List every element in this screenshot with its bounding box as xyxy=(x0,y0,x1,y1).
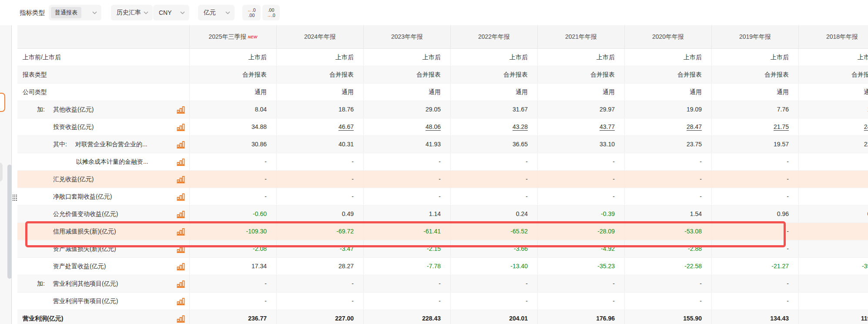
value-cell: - xyxy=(276,275,363,292)
value-cell: - xyxy=(624,171,711,188)
bar-chart-icon[interactable] xyxy=(177,141,185,148)
row-label-cell: 公允价值变动收益(亿元) xyxy=(17,206,189,223)
value-cell: -2.15 xyxy=(363,240,450,257)
value-cell: 通用 xyxy=(276,84,363,101)
value-cell: - xyxy=(276,188,363,205)
value-cell: - xyxy=(798,293,868,310)
value-cell: 上市后 xyxy=(624,49,711,66)
report-type-select[interactable]: 普通报表 xyxy=(49,5,101,20)
bar-chart-icon[interactable] xyxy=(177,263,185,270)
value-cell: 31.67 xyxy=(450,101,537,118)
bar-chart-icon[interactable] xyxy=(177,176,185,183)
bar-chart-icon[interactable] xyxy=(177,297,185,305)
bar-chart-icon[interactable] xyxy=(177,123,185,131)
row-label: 信用减值损失(新)(亿元) xyxy=(53,223,116,240)
bar-chart-icon[interactable] xyxy=(177,245,185,253)
value-cell: 通用 xyxy=(363,84,450,101)
value-cell: 227.00 xyxy=(276,310,363,324)
value-cell: -4.92 xyxy=(537,240,624,257)
row-label: 净敞口套期收益(亿元) xyxy=(53,188,112,205)
bar-chart-icon[interactable] xyxy=(177,106,185,114)
value-cell: - xyxy=(450,171,537,188)
value-cell: -65.52 xyxy=(450,223,537,240)
value-cell: 30.86 xyxy=(189,136,276,153)
value-cell: 48.06 xyxy=(363,118,450,135)
value-cell: - xyxy=(450,293,537,310)
value-cell: 43.77 xyxy=(537,118,624,135)
exchange-rate-select[interactable]: 历史汇率 xyxy=(111,5,153,20)
value-cell: -0.60 xyxy=(189,206,276,223)
chevron-down-icon xyxy=(144,11,148,14)
value-cell: - xyxy=(711,171,798,188)
row-label: 营业利润(亿元) xyxy=(23,310,63,324)
value-cell: 上市后 xyxy=(276,49,363,66)
decimal-decrease-button[interactable]: ←.0 .00 xyxy=(242,5,261,20)
value-cell: 通用 xyxy=(189,84,276,101)
value-cell: 合并报表 xyxy=(798,66,868,83)
value-cell: - xyxy=(189,275,276,292)
unit-select[interactable]: 亿元 xyxy=(198,5,235,20)
arrow-left-icon: ← xyxy=(247,7,252,13)
value-cell: 合并报表 xyxy=(624,66,711,83)
value-cell: - xyxy=(711,223,798,240)
value-cell: - xyxy=(624,188,711,205)
value-cell: -2.08 xyxy=(189,240,276,257)
scrollbar-thumb[interactable] xyxy=(7,165,12,279)
value-cell: - xyxy=(798,153,868,170)
bar-chart-icon[interactable] xyxy=(177,280,185,288)
value-cell: 34.88 xyxy=(189,118,276,135)
drag-handle[interactable] xyxy=(13,195,17,203)
row-label-cell: 报表类型 xyxy=(17,66,189,83)
left-sidebar-strip xyxy=(0,25,17,324)
value-cell: 通用 xyxy=(624,84,711,101)
unit-value: 亿元 xyxy=(204,9,216,17)
row-label: 汇兑收益(亿元) xyxy=(53,171,94,188)
value-cell: - xyxy=(798,171,868,188)
value-cell: - xyxy=(711,240,798,257)
value-cell: 8.04 xyxy=(189,101,276,118)
row-label-cell: 营业利润(亿元) xyxy=(17,310,189,324)
value-cell: -28.09 xyxy=(537,223,624,240)
bar-chart-icon[interactable] xyxy=(177,315,185,323)
value-cell: - xyxy=(537,153,624,170)
value-cell: - xyxy=(537,293,624,310)
row-label-cell: 投资收益(亿元) xyxy=(17,118,189,135)
value-cell: - xyxy=(450,275,537,292)
value-cell: -22.58 xyxy=(624,258,711,275)
value-cell: - xyxy=(189,171,276,188)
value-cell: 合并报表 xyxy=(276,66,363,83)
value-cell: 1.8 xyxy=(798,101,868,118)
table-row: 以摊余成本计量的金融资...-------- xyxy=(17,153,868,171)
value-cell: -3.66 xyxy=(450,240,537,257)
sidebar-tab-partial[interactable] xyxy=(0,93,5,112)
row-prefix: 加: xyxy=(37,101,45,118)
row-label-cell: 加:其他收益(亿元) xyxy=(17,101,189,118)
value-cell: -0.39 xyxy=(537,206,624,223)
bar-chart-icon[interactable] xyxy=(177,158,185,166)
value-cell: -53.08 xyxy=(624,223,711,240)
currency-select[interactable]: CNY xyxy=(153,5,189,20)
value-cell: - xyxy=(276,153,363,170)
bar-chart-icon[interactable] xyxy=(177,210,185,218)
value-cell: 155.90 xyxy=(624,310,711,324)
value-cell: - xyxy=(537,275,624,292)
value-cell: 18.76 xyxy=(276,101,363,118)
row-label: 公允价值变动收益(亿元) xyxy=(53,206,118,223)
bar-chart-icon[interactable] xyxy=(177,193,185,201)
column-header: 2018年年报 xyxy=(798,25,868,48)
row-label: 对联营企业和合营企业的... xyxy=(75,136,147,153)
value-cell: 28.27 xyxy=(276,258,363,275)
arrow-right-icon: → xyxy=(267,13,271,18)
value-cell: - xyxy=(363,293,450,310)
value-cell: 合并报表 xyxy=(363,66,450,83)
decimal-increase-button[interactable]: .00 →.0 xyxy=(262,5,280,20)
value-cell: -69.72 xyxy=(276,223,363,240)
value-cell: -35.23 xyxy=(537,258,624,275)
row-label: 以摊余成本计量的金融资... xyxy=(76,153,148,170)
value-cell: 0.3 xyxy=(798,206,868,223)
row-label: 其他收益(亿元) xyxy=(53,101,94,118)
column-header: 2020年年报 xyxy=(624,25,711,48)
bar-chart-icon[interactable] xyxy=(177,228,185,236)
drag-handle-dots-icon xyxy=(13,195,17,201)
value-cell: 7.76 xyxy=(711,101,798,118)
